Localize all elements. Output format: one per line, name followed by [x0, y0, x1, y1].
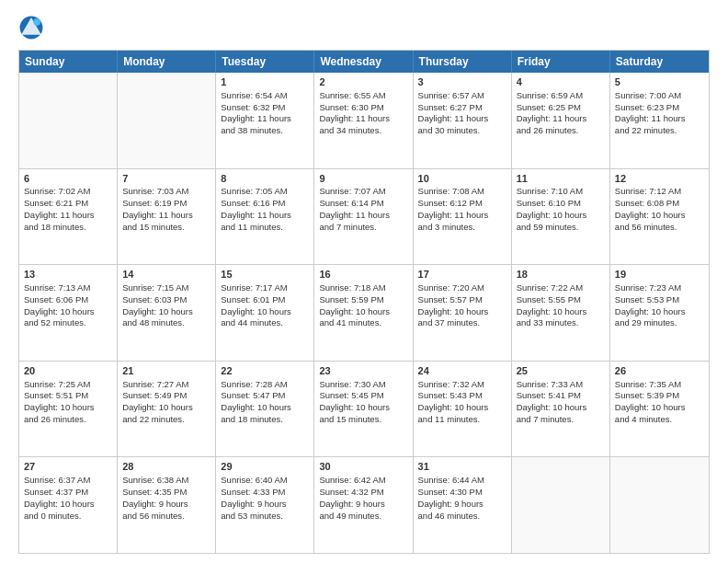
day-info-line: Daylight: 10 hours: [615, 210, 704, 222]
day-cell-30: 30Sunrise: 6:42 AMSunset: 4:32 PMDayligh…: [314, 457, 413, 553]
day-cell-29: 29Sunrise: 6:40 AMSunset: 4:33 PMDayligh…: [216, 457, 314, 553]
day-number: 22: [221, 364, 309, 378]
day-info-line: and 49 minutes.: [319, 511, 407, 523]
day-cell-23: 23Sunrise: 7:30 AMSunset: 5:45 PMDayligh…: [314, 362, 413, 457]
day-cell-5: 5Sunrise: 7:00 AMSunset: 6:23 PMDaylight…: [610, 73, 709, 168]
day-info-line: Sunset: 4:33 PM: [221, 487, 309, 499]
day-info-line: Sunset: 5:47 PM: [221, 390, 309, 402]
calendar-row-0: 1Sunrise: 6:54 AMSunset: 6:32 PMDaylight…: [19, 73, 709, 168]
day-number: 10: [418, 172, 506, 186]
day-info-line: Daylight: 9 hours: [221, 499, 309, 511]
day-info-line: and 59 minutes.: [517, 222, 605, 234]
day-info-line: Sunset: 4:35 PM: [122, 487, 210, 499]
day-info-line: Sunset: 6:19 PM: [122, 198, 210, 210]
day-info-line: Daylight: 9 hours: [418, 499, 506, 511]
day-info-line: Sunset: 5:51 PM: [24, 390, 112, 402]
day-info-line: Sunset: 5:49 PM: [122, 390, 210, 402]
day-info-line: Sunrise: 7:13 AM: [24, 282, 112, 294]
day-info-line: Daylight: 10 hours: [418, 306, 506, 318]
day-cell-1: 1Sunrise: 6:54 AMSunset: 6:32 PMDaylight…: [216, 73, 314, 168]
day-info-line: Sunrise: 6:37 AM: [24, 475, 112, 487]
weekday-header-saturday: Saturday: [610, 51, 709, 73]
day-info-line: Sunset: 4:37 PM: [24, 487, 112, 499]
day-number: 17: [418, 268, 506, 282]
day-cell-17: 17Sunrise: 7:20 AMSunset: 5:57 PMDayligh…: [414, 265, 512, 361]
day-info-line: Sunset: 6:27 PM: [418, 102, 506, 114]
day-info-line: and 15 minutes.: [319, 414, 407, 426]
calendar: SundayMondayTuesdayWednesdayThursdayFrid…: [18, 50, 710, 554]
day-info-line: Daylight: 11 hours: [418, 113, 506, 125]
day-info-line: and 33 minutes.: [517, 317, 605, 329]
calendar-row-4: 27Sunrise: 6:37 AMSunset: 4:37 PMDayligh…: [19, 456, 709, 553]
day-info-line: and 18 minutes.: [24, 222, 112, 234]
day-cell-3: 3Sunrise: 6:57 AMSunset: 6:27 PMDaylight…: [414, 73, 512, 168]
logo-icon: [18, 15, 44, 40]
day-cell-8: 8Sunrise: 7:05 AMSunset: 6:16 PMDaylight…: [216, 169, 314, 265]
day-info-line: Sunrise: 7:35 AM: [615, 379, 704, 391]
calendar-row-2: 13Sunrise: 7:13 AMSunset: 6:06 PMDayligh…: [19, 264, 709, 361]
day-info-line: Sunset: 6:16 PM: [221, 198, 309, 210]
day-number: 6: [24, 172, 112, 186]
day-cell-16: 16Sunrise: 7:18 AMSunset: 5:59 PMDayligh…: [314, 265, 413, 361]
day-info-line: Sunrise: 7:07 AM: [319, 186, 407, 198]
day-info-line: Sunset: 6:23 PM: [615, 102, 704, 114]
day-info-line: Sunrise: 7:27 AM: [122, 379, 210, 391]
day-info-line: Daylight: 10 hours: [319, 402, 407, 414]
day-info-line: Sunset: 4:32 PM: [319, 487, 407, 499]
day-info-line: Sunrise: 7:12 AM: [615, 186, 704, 198]
day-info-line: and 41 minutes.: [319, 317, 407, 329]
day-info-line: Sunset: 6:14 PM: [319, 198, 407, 210]
day-number: 3: [418, 75, 506, 89]
day-info-line: Sunrise: 7:00 AM: [615, 90, 704, 102]
day-info-line: Sunset: 5:45 PM: [319, 390, 407, 402]
header: [18, 15, 710, 40]
day-info-line: and 4 minutes.: [615, 414, 704, 426]
day-info-line: Daylight: 10 hours: [517, 210, 605, 222]
logo: [18, 15, 48, 40]
day-info-line: and 22 minutes.: [122, 414, 210, 426]
day-info-line: and 37 minutes.: [418, 317, 506, 329]
day-info-line: and 53 minutes.: [221, 511, 309, 523]
day-number: 24: [418, 364, 506, 378]
day-info-line: Sunset: 5:55 PM: [517, 294, 605, 306]
weekday-header-wednesday: Wednesday: [314, 51, 413, 73]
day-info-line: Sunset: 5:43 PM: [418, 390, 506, 402]
calendar-header: SundayMondayTuesdayWednesdayThursdayFrid…: [19, 51, 709, 73]
day-info-line: Sunrise: 6:54 AM: [221, 90, 309, 102]
day-cell-15: 15Sunrise: 7:17 AMSunset: 6:01 PMDayligh…: [216, 265, 314, 361]
day-number: 23: [319, 364, 407, 378]
empty-cell: [610, 457, 709, 553]
day-number: 21: [122, 364, 210, 378]
day-info-line: and 30 minutes.: [418, 125, 506, 137]
day-cell-24: 24Sunrise: 7:32 AMSunset: 5:43 PMDayligh…: [414, 362, 512, 457]
day-info-line: Daylight: 11 hours: [418, 210, 506, 222]
day-cell-31: 31Sunrise: 6:44 AMSunset: 4:30 PMDayligh…: [414, 457, 512, 553]
day-info-line: Sunrise: 6:42 AM: [319, 475, 407, 487]
day-number: 7: [122, 172, 210, 186]
day-info-line: Daylight: 9 hours: [122, 499, 210, 511]
day-cell-14: 14Sunrise: 7:15 AMSunset: 6:03 PMDayligh…: [118, 265, 216, 361]
day-number: 31: [418, 460, 506, 474]
day-info-line: Sunrise: 7:28 AM: [221, 379, 309, 391]
day-info-line: Daylight: 11 hours: [319, 210, 407, 222]
day-info-line: Daylight: 10 hours: [122, 306, 210, 318]
day-info-line: Sunrise: 6:57 AM: [418, 90, 506, 102]
day-info-line: Sunset: 6:08 PM: [615, 198, 704, 210]
day-info-line: Sunrise: 6:38 AM: [122, 475, 210, 487]
calendar-body: 1Sunrise: 6:54 AMSunset: 6:32 PMDaylight…: [19, 73, 709, 553]
day-info-line: Sunrise: 7:18 AM: [319, 282, 407, 294]
day-info-line: Daylight: 10 hours: [615, 402, 704, 414]
day-info-line: and 15 minutes.: [122, 222, 210, 234]
day-info-line: Sunrise: 6:55 AM: [319, 90, 407, 102]
day-cell-7: 7Sunrise: 7:03 AMSunset: 6:19 PMDaylight…: [118, 169, 216, 265]
day-info-line: Daylight: 10 hours: [221, 306, 309, 318]
day-info-line: Sunset: 6:01 PM: [221, 294, 309, 306]
day-info-line: Sunrise: 7:10 AM: [517, 186, 605, 198]
day-info-line: Sunrise: 7:08 AM: [418, 186, 506, 198]
day-number: 28: [122, 460, 210, 474]
day-info-line: Sunrise: 7:20 AM: [418, 282, 506, 294]
day-number: 8: [221, 172, 309, 186]
day-number: 20: [24, 364, 112, 378]
day-cell-27: 27Sunrise: 6:37 AMSunset: 4:37 PMDayligh…: [19, 457, 118, 553]
empty-cell: [118, 73, 216, 168]
